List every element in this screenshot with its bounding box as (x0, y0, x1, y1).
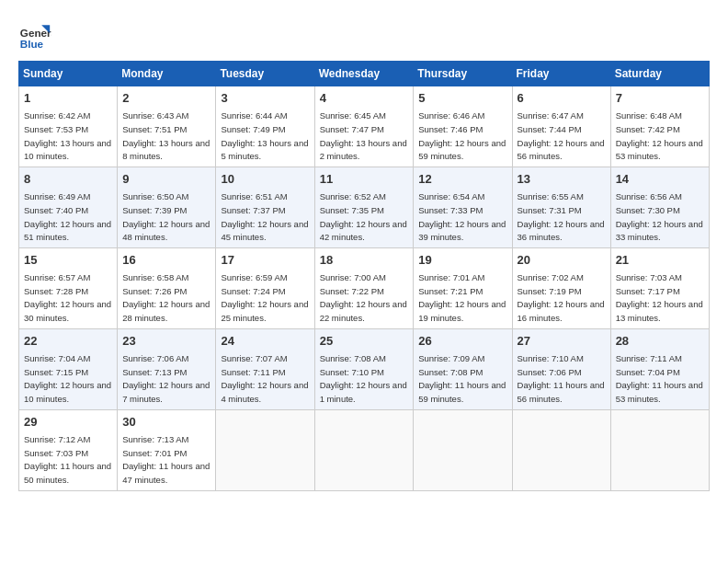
day-info: Sunrise: 6:43 AMSunset: 7:51 PMDaylight:… (122, 110, 210, 161)
day-info: Sunrise: 6:49 AMSunset: 7:40 PMDaylight:… (24, 191, 111, 242)
day-number: 5 (418, 90, 506, 107)
logo-icon: General Blue (18, 18, 51, 52)
calendar-cell (610, 409, 709, 490)
calendar-cell: 8 Sunrise: 6:49 AMSunset: 7:40 PMDayligh… (19, 167, 118, 247)
calendar-cell: 16 Sunrise: 6:58 AMSunset: 7:26 PMDaylig… (118, 247, 216, 328)
day-number: 15 (24, 252, 112, 269)
calendar-cell (314, 409, 414, 490)
calendar-cell: 13 Sunrise: 6:55 AMSunset: 7:31 PMDaylig… (512, 167, 610, 247)
day-number: 9 (122, 171, 210, 188)
day-number: 6 (518, 90, 606, 107)
calendar-cell: 4 Sunrise: 6:45 AMSunset: 7:47 PMDayligh… (314, 86, 414, 167)
day-info: Sunrise: 7:10 AMSunset: 7:06 PMDaylight:… (518, 353, 605, 404)
day-number: 2 (122, 90, 210, 107)
day-number: 7 (616, 90, 704, 107)
calendar-week-row: 8 Sunrise: 6:49 AMSunset: 7:40 PMDayligh… (19, 167, 710, 247)
day-number: 30 (122, 414, 210, 431)
day-number: 21 (616, 252, 704, 269)
calendar-cell: 24 Sunrise: 7:07 AMSunset: 7:11 PMDaylig… (216, 328, 314, 409)
day-number: 18 (320, 252, 409, 269)
day-info: Sunrise: 6:56 AMSunset: 7:30 PMDaylight:… (616, 191, 703, 242)
day-info: Sunrise: 7:02 AMSunset: 7:19 PMDaylight:… (518, 272, 605, 323)
day-info: Sunrise: 6:58 AMSunset: 7:26 PMDaylight:… (122, 272, 210, 323)
day-info: Sunrise: 7:06 AMSunset: 7:13 PMDaylight:… (122, 353, 210, 404)
day-info: Sunrise: 6:45 AMSunset: 7:47 PMDaylight:… (320, 110, 407, 161)
day-info: Sunrise: 7:00 AMSunset: 7:22 PMDaylight:… (320, 272, 407, 323)
calendar-cell: 15 Sunrise: 6:57 AMSunset: 7:28 PMDaylig… (19, 247, 118, 328)
calendar-body: 1 Sunrise: 6:42 AMSunset: 7:53 PMDayligh… (19, 86, 710, 491)
day-number: 22 (24, 333, 112, 350)
day-info: Sunrise: 6:50 AMSunset: 7:39 PMDaylight:… (122, 191, 210, 242)
day-info: Sunrise: 7:01 AMSunset: 7:21 PMDaylight:… (418, 272, 506, 323)
calendar-cell (216, 409, 314, 490)
calendar-cell: 20 Sunrise: 7:02 AMSunset: 7:19 PMDaylig… (512, 247, 610, 328)
day-number: 19 (418, 252, 506, 269)
day-number: 8 (24, 171, 112, 188)
calendar-cell (512, 409, 610, 490)
day-info: Sunrise: 7:09 AMSunset: 7:08 PMDaylight:… (418, 353, 506, 404)
calendar-week-row: 22 Sunrise: 7:04 AMSunset: 7:15 PMDaylig… (19, 328, 710, 409)
day-number: 24 (221, 333, 309, 350)
calendar-cell: 21 Sunrise: 7:03 AMSunset: 7:17 PMDaylig… (610, 247, 709, 328)
weekday-header-thursday: Thursday (414, 62, 512, 86)
day-info: Sunrise: 6:47 AMSunset: 7:44 PMDaylight:… (518, 110, 605, 161)
day-info: Sunrise: 7:12 AMSunset: 7:03 PMDaylight:… (24, 434, 111, 485)
logo: General Blue (18, 18, 51, 52)
day-number: 1 (24, 90, 112, 107)
page-header: General Blue (18, 18, 710, 52)
day-number: 11 (320, 171, 409, 188)
day-number: 23 (122, 333, 210, 350)
day-info: Sunrise: 6:44 AMSunset: 7:49 PMDaylight:… (221, 110, 308, 161)
calendar-table: SundayMondayTuesdayWednesdayThursdayFrid… (18, 61, 710, 491)
calendar-cell: 28 Sunrise: 7:11 AMSunset: 7:04 PMDaylig… (610, 328, 709, 409)
weekday-header-saturday: Saturday (610, 62, 709, 86)
calendar-cell: 1 Sunrise: 6:42 AMSunset: 7:53 PMDayligh… (19, 86, 118, 167)
calendar-cell: 12 Sunrise: 6:54 AMSunset: 7:33 PMDaylig… (414, 167, 512, 247)
day-number: 3 (221, 90, 309, 107)
day-number: 13 (518, 171, 606, 188)
day-info: Sunrise: 6:42 AMSunset: 7:53 PMDaylight:… (24, 110, 111, 161)
day-info: Sunrise: 6:57 AMSunset: 7:28 PMDaylight:… (24, 272, 111, 323)
calendar-cell: 27 Sunrise: 7:10 AMSunset: 7:06 PMDaylig… (512, 328, 610, 409)
weekday-header-friday: Friday (512, 62, 610, 86)
calendar-cell: 26 Sunrise: 7:09 AMSunset: 7:08 PMDaylig… (414, 328, 512, 409)
calendar-cell: 14 Sunrise: 6:56 AMSunset: 7:30 PMDaylig… (610, 167, 709, 247)
day-info: Sunrise: 7:08 AMSunset: 7:10 PMDaylight:… (320, 353, 407, 404)
weekday-header-sunday: Sunday (19, 62, 118, 86)
calendar-cell: 2 Sunrise: 6:43 AMSunset: 7:51 PMDayligh… (118, 86, 216, 167)
day-number: 29 (24, 414, 112, 431)
day-number: 10 (221, 171, 309, 188)
calendar-cell: 30 Sunrise: 7:13 AMSunset: 7:01 PMDaylig… (118, 409, 216, 490)
day-number: 17 (221, 252, 309, 269)
day-info: Sunrise: 7:11 AMSunset: 7:04 PMDaylight:… (616, 353, 703, 404)
day-number: 14 (616, 171, 704, 188)
day-info: Sunrise: 6:55 AMSunset: 7:31 PMDaylight:… (518, 191, 605, 242)
weekday-header-tuesday: Tuesday (216, 62, 314, 86)
day-number: 26 (418, 333, 506, 350)
weekday-header-row: SundayMondayTuesdayWednesdayThursdayFrid… (19, 62, 710, 86)
day-info: Sunrise: 7:07 AMSunset: 7:11 PMDaylight:… (221, 353, 308, 404)
svg-text:Blue: Blue (20, 38, 44, 50)
calendar-cell: 29 Sunrise: 7:12 AMSunset: 7:03 PMDaylig… (19, 409, 118, 490)
calendar-cell: 5 Sunrise: 6:46 AMSunset: 7:46 PMDayligh… (414, 86, 512, 167)
day-number: 20 (518, 252, 606, 269)
calendar-cell: 9 Sunrise: 6:50 AMSunset: 7:39 PMDayligh… (118, 167, 216, 247)
day-info: Sunrise: 6:46 AMSunset: 7:46 PMDaylight:… (418, 110, 506, 161)
calendar-cell: 11 Sunrise: 6:52 AMSunset: 7:35 PMDaylig… (314, 167, 414, 247)
calendar-cell: 6 Sunrise: 6:47 AMSunset: 7:44 PMDayligh… (512, 86, 610, 167)
day-info: Sunrise: 7:04 AMSunset: 7:15 PMDaylight:… (24, 353, 111, 404)
calendar-cell: 3 Sunrise: 6:44 AMSunset: 7:49 PMDayligh… (216, 86, 314, 167)
calendar-cell: 18 Sunrise: 7:00 AMSunset: 7:22 PMDaylig… (314, 247, 414, 328)
day-info: Sunrise: 7:13 AMSunset: 7:01 PMDaylight:… (122, 434, 210, 485)
day-info: Sunrise: 6:52 AMSunset: 7:35 PMDaylight:… (320, 191, 407, 242)
calendar-week-row: 29 Sunrise: 7:12 AMSunset: 7:03 PMDaylig… (19, 409, 710, 490)
calendar-cell: 10 Sunrise: 6:51 AMSunset: 7:37 PMDaylig… (216, 167, 314, 247)
calendar-cell (414, 409, 512, 490)
calendar-cell: 25 Sunrise: 7:08 AMSunset: 7:10 PMDaylig… (314, 328, 414, 409)
day-number: 25 (320, 333, 409, 350)
day-info: Sunrise: 7:03 AMSunset: 7:17 PMDaylight:… (616, 272, 703, 323)
day-info: Sunrise: 6:59 AMSunset: 7:24 PMDaylight:… (221, 272, 308, 323)
calendar-cell: 7 Sunrise: 6:48 AMSunset: 7:42 PMDayligh… (610, 86, 709, 167)
day-number: 27 (518, 333, 606, 350)
weekday-header-monday: Monday (118, 62, 216, 86)
